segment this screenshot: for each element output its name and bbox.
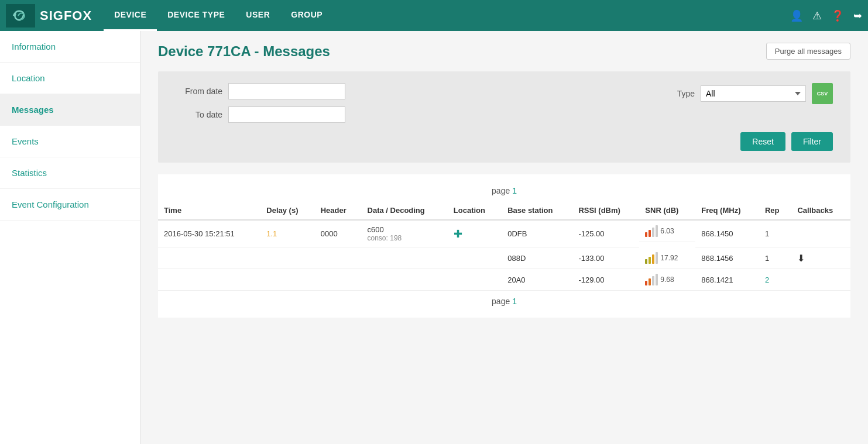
- filter-top-row: From date To date Type AllUplinkDownlink…: [176, 83, 833, 123]
- cell-snr: 6.03: [639, 221, 695, 242]
- signal-bar: [656, 274, 658, 285]
- snr-value: 9.68: [660, 276, 674, 284]
- cell-rssi: -125.00: [572, 220, 639, 247]
- table-row: 20A0-129.009.68868.14212: [158, 269, 850, 291]
- nav-item-device[interactable]: DEVICE: [104, 0, 157, 31]
- cell-rssi: -133.00: [572, 247, 639, 269]
- sidebar-item-statistics[interactable]: Statistics: [0, 157, 140, 189]
- cell-time: 2016-05-30 15:21:51: [158, 220, 260, 247]
- from-date-input[interactable]: [228, 83, 345, 99]
- cell-header: [315, 247, 362, 269]
- cell-time: [158, 269, 260, 291]
- signal-bar: [645, 232, 647, 237]
- location-icon[interactable]: ✚: [454, 228, 462, 240]
- cell-data: [362, 269, 448, 291]
- col-freq--mhz-: Freq (MHz): [695, 201, 759, 220]
- from-date-label: From date: [176, 87, 222, 96]
- sidebar-item-event-configuration[interactable]: Event Configuration: [0, 189, 140, 221]
- callback-icon[interactable]: ⬇: [797, 253, 805, 263]
- signal-bar: [652, 228, 654, 237]
- cell-callbacks: [791, 220, 850, 247]
- cell-freq: 868.1421: [695, 269, 759, 291]
- alert-icon[interactable]: ⚠: [812, 9, 822, 22]
- col-rep: Rep: [759, 201, 792, 220]
- purge-button[interactable]: Purge all messages: [766, 43, 850, 60]
- logo: [6, 4, 35, 27]
- nav-menu: DEVICEDEVICE TYPEUSERGROUP: [104, 0, 790, 31]
- signal-bar: [656, 225, 658, 237]
- navbar-icons: 👤 ⚠ ❓ ➥: [790, 9, 862, 22]
- pagination-bottom: page 1: [158, 291, 850, 312]
- table-container: page 1 TimeDelay (s)HeaderData / Decodin…: [158, 174, 850, 318]
- col-rssi--dbm-: RSSI (dBm): [572, 201, 639, 220]
- reset-button[interactable]: Reset: [740, 132, 785, 151]
- cell-rep: 1: [759, 247, 792, 269]
- signal-bar: [649, 257, 651, 264]
- filter-section: From date To date Type AllUplinkDownlink…: [158, 71, 850, 163]
- pagination-top: page 1: [158, 180, 850, 201]
- snr-value: 6.03: [660, 227, 674, 235]
- cell-delay: [260, 247, 314, 269]
- col-location: Location: [448, 201, 502, 220]
- to-date-label: To date: [176, 110, 222, 119]
- cell-data: [362, 247, 448, 269]
- cell-rep: 2: [759, 269, 792, 291]
- logout-icon[interactable]: ➥: [853, 9, 862, 22]
- cell-header: [315, 269, 362, 291]
- sidebar-item-events[interactable]: Events: [0, 126, 140, 157]
- nav-item-group[interactable]: GROUP: [280, 0, 333, 31]
- sidebar-item-location[interactable]: Location: [0, 63, 140, 94]
- data-sub: conso: 198: [368, 234, 442, 242]
- user-icon[interactable]: 👤: [790, 9, 803, 22]
- delay-value: 1.1: [266, 229, 277, 238]
- cell-location: [448, 269, 502, 291]
- brand-text: SIGFOX: [40, 8, 92, 23]
- cell-data: c600conso: 198: [362, 220, 448, 247]
- page-link-top[interactable]: 1: [512, 186, 517, 195]
- cell-header: 0000: [315, 220, 362, 247]
- signal-bars: [645, 225, 658, 237]
- cell-freq: 868.1456: [695, 247, 759, 269]
- help-icon[interactable]: ❓: [831, 9, 844, 22]
- csv-export-button[interactable]: CSV: [812, 83, 833, 104]
- to-date-input[interactable]: [228, 106, 345, 123]
- cell-time: [158, 247, 260, 269]
- signal-bar: [645, 259, 647, 264]
- cell-base-station: 088D: [502, 247, 572, 269]
- sidebar: InformationLocationMessagesEventsStatist…: [0, 31, 140, 444]
- to-date-row: To date: [176, 106, 345, 123]
- signal-bar: [649, 278, 651, 285]
- from-date-row: From date: [176, 83, 345, 99]
- cell-location: [448, 247, 502, 269]
- sidebar-item-messages[interactable]: Messages: [0, 94, 140, 126]
- rep-link[interactable]: 2: [765, 276, 769, 284]
- page-header: Device 771CA - Messages Purge all messag…: [158, 43, 850, 60]
- signal-bar: [649, 230, 651, 237]
- cell-location: ✚: [448, 220, 502, 247]
- layout: InformationLocationMessagesEventsStatist…: [0, 31, 868, 444]
- table-row: 088D-133.0017.92868.14561⬇: [158, 247, 850, 269]
- cell-freq: 868.1450: [695, 220, 759, 247]
- signal-bar: [645, 281, 647, 285]
- cell-rssi: -129.00: [572, 269, 639, 291]
- signal-bar: [652, 254, 654, 264]
- col-snr--db-: SNR (dB): [639, 201, 695, 220]
- nav-item-user[interactable]: USER: [235, 0, 280, 31]
- sidebar-item-information[interactable]: Information: [0, 31, 140, 63]
- filter-button[interactable]: Filter: [791, 132, 833, 151]
- table-row: 2016-05-30 15:21:511.10000c600conso: 198…: [158, 220, 850, 247]
- type-label: Type: [677, 89, 695, 98]
- col-base-station: Base station: [502, 201, 572, 220]
- cell-callbacks: [791, 269, 850, 291]
- col-time: Time: [158, 201, 260, 220]
- cell-base-station: 20A0: [502, 269, 572, 291]
- signal-bars: [645, 274, 658, 285]
- col-header: Header: [315, 201, 362, 220]
- page-link-bottom[interactable]: 1: [512, 297, 517, 306]
- type-select[interactable]: AllUplinkDownlink: [701, 85, 806, 102]
- cell-snr: 9.68: [639, 269, 695, 291]
- filter-right: Type AllUplinkDownlink CSV: [677, 83, 833, 104]
- nav-item-device-type[interactable]: DEVICE TYPE: [157, 0, 235, 31]
- svg-rect-0: [10, 5, 31, 26]
- cell-rep: 1: [759, 220, 792, 247]
